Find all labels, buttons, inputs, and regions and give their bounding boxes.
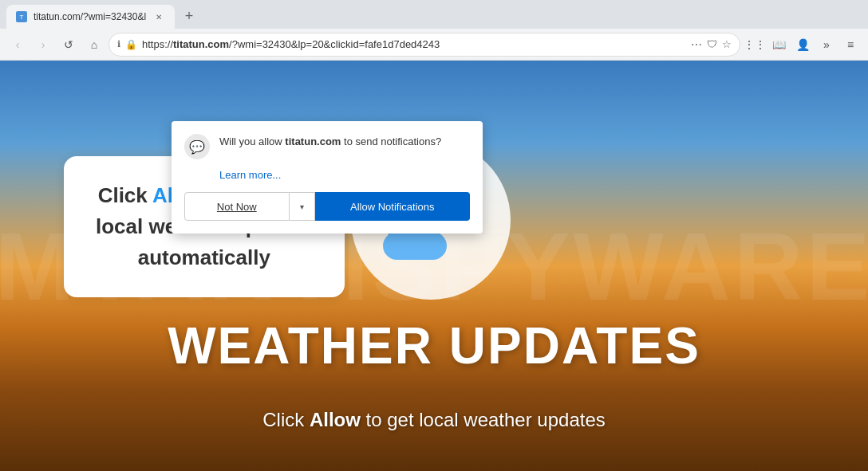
active-tab[interactable]: T titatun.com/?wmi=32430&l ✕ bbox=[6, 5, 175, 29]
browser-frame: T titatun.com/?wmi=32430&l ✕ + ‹ › ↺ ⌂ ℹ… bbox=[0, 0, 868, 471]
new-tab-button[interactable]: + bbox=[178, 5, 200, 27]
url-protocol: https:// bbox=[142, 38, 173, 50]
click-allow-line4: automatically bbox=[96, 242, 313, 273]
learn-more-link[interactable]: Learn more... bbox=[219, 169, 470, 181]
home-button[interactable]: ⌂ bbox=[83, 33, 105, 56]
account-button[interactable]: 👤 bbox=[791, 33, 814, 56]
lock-icon: 🔒 bbox=[125, 39, 137, 50]
menu-button[interactable]: ≡ bbox=[839, 33, 862, 56]
popup-text: Will you allow titatun.com to send notif… bbox=[219, 134, 441, 150]
tab-bar: T titatun.com/?wmi=32430&l ✕ + bbox=[0, 0, 868, 29]
url-display[interactable]: https://titatun.com/?wmi=32430&lp=20&cli… bbox=[142, 38, 686, 50]
allow-notifications-button[interactable]: Allow Notifications bbox=[315, 192, 470, 221]
popup-actions: Not Now ▾ Allow Notifications bbox=[184, 192, 470, 221]
nav-bar: ‹ › ↺ ⌂ ℹ 🔒 https://titatun.com/?wmi=324… bbox=[0, 29, 868, 61]
not-now-dropdown-button[interactable]: ▾ bbox=[290, 192, 315, 221]
more-options-icon[interactable]: ⋯ bbox=[691, 38, 702, 51]
nav-right-icons: ⋮⋮ 📖 👤 » ≡ bbox=[744, 33, 862, 56]
shield-icon: 🛡 bbox=[707, 38, 717, 50]
page-content: MYANTISPYWARE Click Allow to receive loc… bbox=[0, 61, 868, 471]
not-now-button[interactable]: Not Now bbox=[184, 192, 290, 221]
forward-button[interactable]: › bbox=[32, 33, 54, 56]
popup-header: 💬 Will you allow titatun.com to send not… bbox=[184, 134, 470, 159]
bookmarks-sidebar-button[interactable]: ⋮⋮ bbox=[744, 33, 766, 56]
notification-popup: 💬 Will you allow titatun.com to send not… bbox=[172, 121, 483, 234]
info-icon: ℹ bbox=[117, 39, 120, 49]
reload-button[interactable]: ↺ bbox=[57, 33, 80, 56]
tab-title: titatun.com/?wmi=32430&l bbox=[34, 11, 146, 22]
click-allow-bottom: Click Allow to get local weather updates bbox=[0, 409, 868, 431]
url-path: /?wmi=32430&lp=20&clickid=fafe1d7ded4243 bbox=[229, 38, 440, 50]
popup-chat-icon: 💬 bbox=[184, 134, 210, 159]
overflow-button[interactable]: » bbox=[815, 33, 838, 56]
address-bar[interactable]: ℹ 🔒 https://titatun.com/?wmi=32430&lp=20… bbox=[108, 33, 740, 57]
reading-view-button[interactable]: 📖 bbox=[767, 33, 790, 56]
tab-favicon: T bbox=[16, 11, 27, 22]
url-domain: titatun.com bbox=[173, 38, 229, 50]
tab-close-button[interactable]: ✕ bbox=[152, 10, 165, 23]
back-button[interactable]: ‹ bbox=[6, 33, 29, 56]
bookmark-icon[interactable]: ☆ bbox=[722, 38, 732, 50]
weather-updates-heading: WEATHER UPDATES bbox=[0, 316, 868, 375]
